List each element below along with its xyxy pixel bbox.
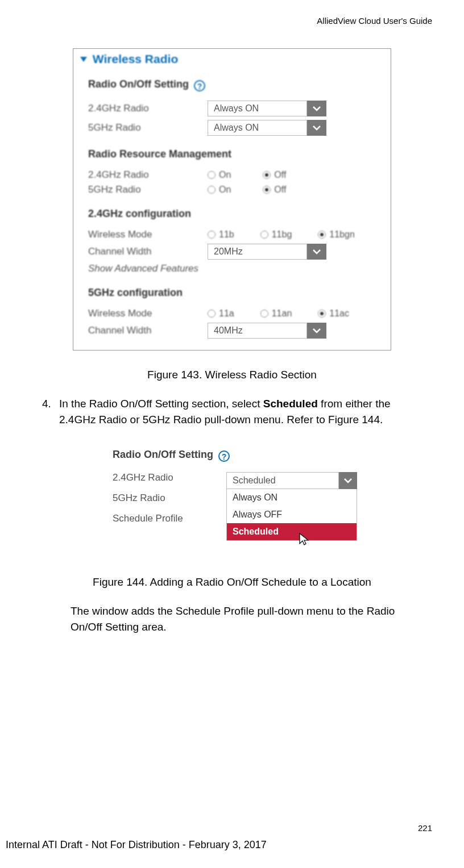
- figure-143-panel: Wireless Radio Radio On/Off Setting ? 2.…: [73, 48, 391, 350]
- label-24-channel-width: Channel Width: [88, 246, 208, 257]
- dropdown-5-channel-width[interactable]: 40MHz: [208, 323, 326, 339]
- caret-down-icon: [80, 57, 87, 62]
- fig144-dropdown-24ghz[interactable]: Scheduled Always ON Always OFF Scheduled: [226, 472, 357, 541]
- chevron-down-icon: [307, 101, 326, 116]
- page-number: 221: [418, 823, 432, 833]
- dropdown-24ghz-onoff-value: Always ON: [208, 101, 307, 116]
- fig144-label-schedule-profile: Schedule Profile: [113, 513, 226, 524]
- step-4-text: In the Radio On/Off Setting section, sel…: [59, 396, 415, 427]
- option-always-on[interactable]: Always ON: [227, 489, 357, 506]
- chevron-down-icon: [339, 472, 357, 489]
- label-24ghz-radio: 2.4GHz Radio: [88, 103, 208, 114]
- wireless-radio-title: Wireless Radio: [93, 52, 178, 65]
- step-4-number: 4.: [42, 396, 59, 427]
- radio-5-11ac[interactable]: 11ac: [318, 308, 349, 319]
- figure-143-caption: Figure 143. Wireless Radio Section: [32, 369, 432, 381]
- cfg24-heading: 2.4GHz configuration: [88, 208, 384, 220]
- label-5-wireless-mode: Wireless Mode: [88, 308, 208, 319]
- radio-rrm5-off[interactable]: Off: [263, 185, 286, 195]
- dropdown-24-cw-value: 20MHz: [208, 244, 307, 260]
- chevron-down-icon: [307, 244, 326, 260]
- help-icon[interactable]: ?: [194, 80, 205, 91]
- dropdown-5ghz-onoff[interactable]: Always ON: [208, 120, 326, 136]
- help-icon[interactable]: ?: [218, 450, 230, 462]
- label-rrm-5ghz: 5GHz Radio: [88, 184, 208, 195]
- fig144-dropdown-options: Always ON Always OFF Scheduled: [226, 489, 357, 541]
- label-rrm-24ghz: 2.4GHz Radio: [88, 169, 208, 181]
- radio-5-11an[interactable]: 11an: [260, 308, 292, 319]
- dropdown-5ghz-onoff-value: Always ON: [208, 120, 307, 136]
- show-advanced-link[interactable]: Show Advanced Features: [88, 263, 198, 274]
- radio-rrm24-off[interactable]: Off: [263, 170, 286, 180]
- figure-144-panel: Radio On/Off Setting ? 2.4GHz Radio 5GHz…: [90, 442, 374, 558]
- radio-onoff-heading: Radio On/Off Setting ?: [88, 78, 384, 91]
- radio-5-11a[interactable]: 11a: [208, 308, 234, 319]
- wireless-radio-collapse-header[interactable]: Wireless Radio: [80, 52, 384, 66]
- step-4: 4. In the Radio On/Off Setting section, …: [42, 396, 415, 427]
- cfg5-heading: 5GHz configuration: [88, 287, 384, 299]
- fig144-heading: Radio On/Off Setting ?: [113, 449, 368, 462]
- label-5-channel-width: Channel Width: [88, 325, 208, 336]
- radio-24-11bg[interactable]: 11bg: [260, 229, 292, 240]
- footer-draft-notice: Internal ATI Draft - Not For Distributio…: [6, 839, 267, 851]
- radio-rrm24-on[interactable]: On: [208, 170, 231, 180]
- radio-24-11b[interactable]: 11b: [208, 229, 234, 240]
- fig144-dropdown-selected: Scheduled: [226, 472, 339, 489]
- dropdown-5-cw-value: 40MHz: [208, 323, 307, 339]
- chevron-down-icon: [307, 323, 326, 339]
- radio-rrm5-on[interactable]: On: [208, 185, 231, 195]
- dropdown-24-channel-width[interactable]: 20MHz: [208, 244, 326, 260]
- option-always-off[interactable]: Always OFF: [227, 506, 357, 523]
- body-paragraph: The window adds the Schedule Profile pul…: [71, 603, 405, 635]
- dropdown-24ghz-onoff[interactable]: Always ON: [208, 101, 326, 116]
- cursor-icon: [297, 532, 311, 547]
- chevron-down-icon: [307, 120, 326, 136]
- radio-24-11bgn[interactable]: 11bgn: [318, 229, 355, 240]
- label-24-wireless-mode: Wireless Mode: [88, 229, 208, 240]
- header-guide-title: AlliedView Cloud User's Guide: [32, 16, 432, 26]
- rrm-heading: Radio Resource Management: [88, 148, 384, 160]
- label-5ghz-radio: 5GHz Radio: [88, 122, 208, 133]
- figure-144-caption: Figure 144. Adding a Radio On/Off Schedu…: [32, 576, 432, 589]
- fig144-label-24ghz: 2.4GHz Radio: [113, 472, 226, 483]
- fig144-label-5ghz: 5GHz Radio: [113, 493, 226, 504]
- option-scheduled[interactable]: Scheduled: [227, 523, 357, 540]
